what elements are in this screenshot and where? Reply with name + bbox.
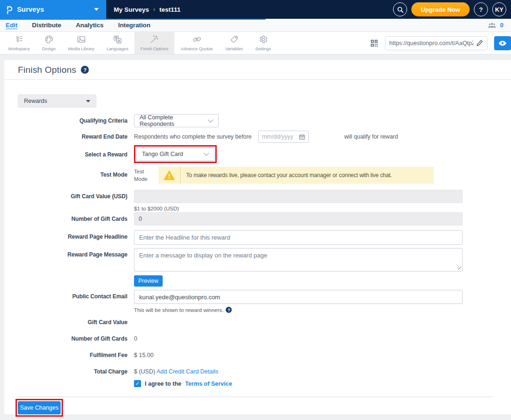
qr-code-icon[interactable] xyxy=(370,39,378,47)
survey-url-input[interactable] xyxy=(389,40,473,47)
contact-email-label: Public Contact Email xyxy=(18,290,127,300)
test-mode-label: Test Mode xyxy=(18,167,127,178)
design-icon xyxy=(44,35,54,44)
total-charge-value: $ (USD) xyxy=(134,368,155,375)
tool-advance-quotas[interactable]: Advance Quotas xyxy=(174,32,219,54)
languages-icon xyxy=(113,35,122,44)
section-select-value: Rewards xyxy=(24,98,47,104)
end-date-suffix-text: will qualify for reward xyxy=(344,133,398,140)
section-select-rewards[interactable]: Rewards xyxy=(18,94,96,108)
gift-card-value-hint: $1 to $2000 (USD) xyxy=(134,206,463,211)
tool-variables[interactable]: Variables xyxy=(219,32,249,54)
edit-url-pencil-icon[interactable] xyxy=(476,39,483,47)
red-annotation-box-save: Save Changes xyxy=(16,399,63,417)
page-title: Finish Options xyxy=(18,65,76,75)
fulfilment-fee-row: Fulfilment Fee $ 15.00 xyxy=(18,352,511,358)
people-icon xyxy=(487,22,496,28)
gift-card-value-input xyxy=(134,190,463,203)
tool-finish-options[interactable]: Finish Options xyxy=(134,32,174,54)
header-actions: Upgrade Now ? KY xyxy=(393,0,511,19)
eye-icon xyxy=(498,40,507,47)
summary-gift-card-value-row: Gift Card Value xyxy=(18,319,511,326)
end-date-input[interactable]: mm/dd/yyyy xyxy=(258,131,309,143)
reward-end-date-row: Reward End Date Respondents who complete… xyxy=(18,130,511,143)
settings-icon xyxy=(259,35,268,44)
panel-title-band: Finish Options ? xyxy=(4,60,511,80)
summary-num-cards-value: 0 xyxy=(134,335,137,342)
reward-end-date-label: Reward End Date xyxy=(18,130,127,140)
save-changes-button[interactable]: Save Changes xyxy=(18,401,61,414)
qualifying-criteria-row: Qualifying Criteria All Complete Respond… xyxy=(18,114,511,127)
tab-distribute[interactable]: Distribute xyxy=(32,22,61,29)
headline-input[interactable] xyxy=(134,230,463,245)
finish-options-panel: Finish Options ? Rewards Qualifying Crit… xyxy=(4,60,511,414)
message-label: Reward Page Message xyxy=(18,248,127,258)
breadcrumb: My Surveys › test111 xyxy=(106,0,181,19)
gift-card-value-row: Gift Card Value (USD) $1 to $2000 (USD) xyxy=(18,190,511,211)
num-gift-cards-input: 0 xyxy=(134,212,463,226)
fulfilment-fee-value: $ 15.00 xyxy=(134,352,154,358)
caret-down-icon xyxy=(86,100,90,102)
breadcrumb-survey-name: test111 xyxy=(159,6,181,13)
resize-handle[interactable] xyxy=(457,265,461,270)
edit-toolbar: Workspace Design Media Library Languages… xyxy=(0,32,511,54)
search-button[interactable] xyxy=(393,2,407,16)
agree-text: I agree to the xyxy=(145,381,181,387)
select-reward-select[interactable]: Tango Gift Card xyxy=(136,148,214,161)
chevron-down-icon xyxy=(204,153,209,156)
warning-text: To make rewards live, please contact you… xyxy=(181,172,397,179)
media-library-icon xyxy=(77,35,86,44)
add-credit-card-link[interactable]: Add Credit Card Details xyxy=(157,368,218,375)
preview-button[interactable]: Preview xyxy=(134,275,163,287)
avatar[interactable]: KY xyxy=(492,2,506,16)
preview-survey-button[interactable] xyxy=(494,36,511,50)
tool-languages[interactable]: Languages xyxy=(101,32,134,54)
brand-label: Surveys xyxy=(17,6,44,13)
tool-settings[interactable]: Settings xyxy=(249,32,277,54)
terms-of-service-link[interactable]: Terms of Service xyxy=(185,381,232,387)
product-switcher[interactable]: Surveys xyxy=(0,0,106,19)
message-textarea[interactable] xyxy=(134,248,463,272)
red-annotation-box-select-reward: Tango Gift Card xyxy=(134,145,217,163)
contact-email-help-icon[interactable]: ? xyxy=(226,307,232,313)
test-mode-row: Test Mode Test Mode To make rewards live… xyxy=(18,167,511,184)
page-help-icon[interactable]: ? xyxy=(81,66,89,74)
toolbar-right-group xyxy=(370,32,511,54)
test-mode-warning: To make rewards live, please contact you… xyxy=(158,167,434,184)
tool-workspace[interactable]: Workspace xyxy=(2,32,36,54)
fulfilment-fee-label: Fulfilment Fee xyxy=(18,352,127,358)
survey-nav-tabs: Edit Distribute Analytics Integration 0 xyxy=(0,19,511,32)
tab-analytics[interactable]: Analytics xyxy=(76,22,103,29)
help-button[interactable]: ? xyxy=(474,2,488,16)
qualifying-criteria-select[interactable]: All Complete Respondents xyxy=(134,114,219,127)
questionpro-logo-icon xyxy=(6,5,13,14)
search-icon xyxy=(397,6,404,13)
gift-card-value-label: Gift Card Value (USD) xyxy=(18,190,127,200)
agree-checkbox[interactable]: ✓ xyxy=(134,380,141,387)
variables-icon xyxy=(229,35,239,44)
select-reward-label: Select a Reward xyxy=(18,145,127,158)
question-mark-icon: ? xyxy=(479,6,483,13)
num-gift-cards-label: Number of Gift Cards xyxy=(18,212,127,222)
contact-email-row: Public Contact Email This will be shown … xyxy=(18,290,511,313)
message-row: Reward Page Message xyxy=(18,248,511,272)
rewards-form: Rewards Qualifying Criteria All Complete… xyxy=(4,94,511,417)
collaborators-indicator[interactable]: 0 xyxy=(487,22,511,29)
finish-options-icon xyxy=(149,35,159,44)
app-header: Surveys My Surveys › test111 Upgrade Now… xyxy=(0,0,511,19)
tool-media-library[interactable]: Media Library xyxy=(62,32,100,54)
tool-design[interactable]: Design xyxy=(36,32,62,54)
tab-edit[interactable]: Edit xyxy=(6,22,17,29)
breadcrumb-my-surveys[interactable]: My Surveys xyxy=(114,6,149,13)
headline-row: Reward Page Headline xyxy=(18,230,511,245)
num-gift-cards-row: Number of Gift Cards 0 xyxy=(18,212,511,226)
warning-triangle-icon xyxy=(158,167,181,184)
survey-url-field xyxy=(385,36,487,50)
contact-email-input[interactable] xyxy=(134,290,463,304)
tab-integration[interactable]: Integration xyxy=(118,22,150,29)
chevron-down-icon[interactable] xyxy=(94,8,99,11)
agreement-row: ✓ I agree to the Terms of Service xyxy=(18,375,511,387)
advance-quotas-icon xyxy=(192,35,202,44)
upgrade-now-button[interactable]: Upgrade Now xyxy=(411,2,470,16)
calendar-icon xyxy=(299,134,305,140)
